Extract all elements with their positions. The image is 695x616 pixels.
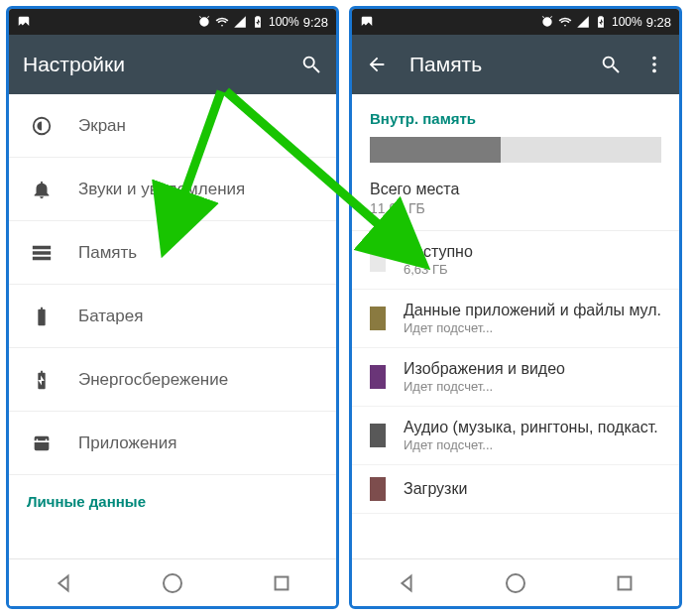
phone-left: 100% 9:28 Настройки Экран Звуки и уведом… (6, 6, 339, 609)
swatch-icon (370, 477, 386, 501)
total-space: Всего места 11,99 ГБ (352, 181, 679, 231)
settings-item-label: Приложения (78, 433, 176, 453)
search-icon[interactable] (300, 54, 322, 75)
swatch-icon (370, 424, 386, 447)
nav-bar (352, 558, 679, 606)
svg-rect-0 (276, 576, 289, 589)
app-bar: Настройки (9, 35, 336, 94)
section-header-personal: Личные данные (9, 475, 336, 516)
storage-item-images[interactable]: Изображения и видео Идет подсчет... (352, 348, 679, 407)
status-time: 9:28 (303, 15, 328, 30)
storage-item-sub: 6,63 ГБ (404, 262, 473, 277)
storage-item-apps[interactable]: Данные приложений и файлы мул. Идет подс… (352, 290, 679, 348)
settings-item-display[interactable]: Экран (9, 94, 336, 158)
alarm-icon (197, 15, 211, 29)
settings-item-apps[interactable]: Приложения (9, 412, 336, 475)
nav-recent-button[interactable] (605, 563, 644, 603)
page-title: Настройки (23, 53, 125, 76)
storage-item-downloads[interactable]: Загрузки (352, 465, 679, 514)
settings-item-battery-saver[interactable]: Энергосбережение (9, 348, 336, 412)
storage-item-sub: Идет подсчет... (404, 379, 565, 394)
storage-item-sub: Идет подсчет... (404, 320, 661, 335)
nav-back-button[interactable] (387, 563, 426, 603)
settings-item-sound[interactable]: Звуки и уведомления (9, 158, 336, 221)
settings-item-storage[interactable]: Память (9, 221, 336, 285)
search-icon[interactable] (600, 54, 622, 75)
nav-home-button[interactable] (496, 563, 535, 603)
svg-point-1 (652, 57, 656, 61)
app-bar: Память (352, 35, 679, 94)
battery-percent: 100% (269, 15, 299, 29)
swatch-icon (370, 248, 386, 272)
settings-item-label: Энергосбережение (78, 370, 228, 390)
battery-charging-icon (251, 15, 265, 29)
status-bar: 100% 9:28 (9, 9, 336, 35)
brightness-icon (31, 115, 53, 137)
storage-item-label: Аудио (музыка, рингтоны, подкаст. (404, 419, 658, 436)
svg-point-3 (652, 69, 656, 73)
total-space-label: Всего места (370, 181, 661, 198)
storage-item-label: Данные приложений и файлы мул. (404, 302, 661, 319)
svg-point-2 (652, 62, 656, 66)
settings-item-label: Память (78, 243, 137, 263)
storage-icon (31, 242, 53, 264)
settings-list: Экран Звуки и уведомления Память Батарея… (9, 94, 336, 558)
battery-icon (31, 306, 53, 327)
gallery-icon (17, 15, 31, 29)
more-icon[interactable] (643, 54, 665, 75)
swatch-icon (370, 365, 386, 389)
storage-item-available[interactable]: Доступно 6,63 ГБ (352, 231, 679, 290)
wifi-icon (558, 15, 572, 29)
settings-item-battery[interactable]: Батарея (9, 285, 336, 348)
nav-home-button[interactable] (153, 563, 192, 603)
storage-item-label: Изображения и видео (404, 360, 565, 378)
wifi-icon (215, 15, 229, 29)
usage-bar (370, 137, 661, 163)
status-bar: 100% 9:28 (352, 9, 679, 35)
battery-percent: 100% (612, 15, 642, 29)
apps-icon (31, 432, 53, 454)
storage-item-label: Загрузки (404, 480, 467, 498)
battery-saver-icon (31, 369, 53, 391)
alarm-icon (540, 15, 554, 29)
total-space-value: 11,99 ГБ (370, 200, 661, 216)
bell-icon (31, 179, 53, 200)
nav-back-button[interactable] (44, 563, 83, 603)
settings-item-label: Экран (78, 116, 126, 136)
storage-item-audio[interactable]: Аудио (музыка, рингтоны, подкаст. Идет п… (352, 407, 679, 465)
svg-rect-4 (619, 576, 632, 589)
back-icon[interactable] (366, 54, 388, 75)
nav-recent-button[interactable] (262, 563, 301, 603)
signal-icon (576, 15, 590, 29)
swatch-icon (370, 307, 386, 330)
nav-bar (9, 558, 336, 606)
settings-item-label: Батарея (78, 307, 143, 326)
storage-item-label: Доступно (404, 243, 473, 261)
storage-item-sub: Идет подсчет... (404, 437, 658, 452)
battery-charging-icon (594, 15, 608, 29)
internal-storage-header: Внутр. память (352, 94, 679, 137)
page-title: Память (409, 53, 482, 76)
phone-right: 100% 9:28 Память Внутр. память Всего мес… (349, 6, 682, 609)
gallery-icon (360, 15, 374, 29)
settings-item-label: Звуки и уведомления (78, 180, 245, 199)
signal-icon (233, 15, 247, 29)
status-time: 9:28 (646, 15, 671, 30)
usage-bar-used (370, 137, 501, 163)
